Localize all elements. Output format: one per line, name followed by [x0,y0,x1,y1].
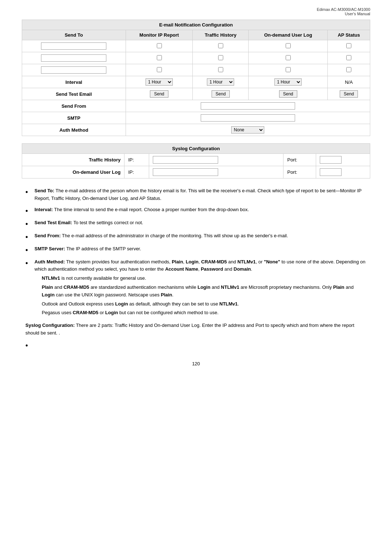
syslog-config-title: Syslog Configuration [22,144,370,154]
bold-smtp: SMTP Server: [34,246,65,251]
login-label: Login [186,259,199,264]
password-label: Password [201,266,223,272]
checkbox-ap-3[interactable] [346,67,351,72]
login-label-4: Login [115,301,128,307]
email-input-cell-2 [22,52,126,64]
checkbox-traffic-1[interactable] [218,43,223,48]
body-content: • Send To: The e-mail address of the per… [22,187,370,350]
send-test-monitor-button[interactable]: Send [150,90,168,98]
interval-monitor: 1 Hour 2 Hours 4 Hours 8 Hours 12 Hours … [126,76,193,88]
plain-label-3: Plain [333,284,344,290]
smtp-input[interactable] [201,114,295,122]
ntlmv1-label-2: NTLMv1 [221,284,240,290]
bullet-auth-method: • Auth Method: The system provides four … [25,258,367,319]
syslog-config-table: Syslog Configuration Traffic History IP:… [22,143,370,178]
email-input-3[interactable] [41,66,106,74]
auth-detail-1: Plain and CRAM-MD5 are standardized auth… [42,284,367,299]
col-monitor-ip: Monitor IP Report [126,30,193,40]
login-label-5: Login [105,310,118,315]
plain-label-4: Plain [161,292,172,297]
checkbox-ondemand-2[interactable] [286,55,291,60]
email-row-1 [22,40,370,52]
email-config-table: E-mail Notification Configuration Send T… [22,20,370,136]
syslog-ondemand-ip-input[interactable] [153,168,218,176]
bold-send-from: Send From: [34,233,61,238]
bullet-text-send-test: Send Test Email: To test the settings co… [34,219,367,227]
email-input-cell-3 [22,64,126,76]
cram-md5-label: CRAM-MD5 [201,259,227,264]
interval-monitor-select[interactable]: 1 Hour 2 Hours 4 Hours 8 Hours 12 Hours … [146,78,173,86]
checkbox-ap-2[interactable] [346,55,351,60]
bullet-dot-5: • [25,245,33,255]
plain-label: Plain [172,259,183,264]
bullet-dot-2: • [25,206,33,216]
col-traffic-history: Traffic History [193,30,249,40]
product-header: Edimax AC-M3000/AC-M1000 User's Manual [22,7,370,16]
bold-send-to: Send To: [34,188,54,193]
plain-label-2: Plain [42,284,53,290]
email-input-cell-1 [22,40,126,52]
smtp-label: SMTP [22,112,126,124]
syslog-note: Syslog Configuration: There are 2 parts:… [25,322,367,337]
cram-md5-label-3: CRAM-MD5 [73,310,98,315]
auth-method-label: Auth Method [22,124,126,136]
login-label-3: Login [42,292,54,297]
send-test-ondemand-button[interactable]: Send [279,90,297,98]
col-on-demand: On-demand User Log [249,30,328,40]
checkbox-traffic-3[interactable] [218,67,223,72]
email-row-3 [22,64,370,76]
send-from-input[interactable] [201,102,295,110]
email-input-2[interactable] [41,54,106,62]
syslog-traffic-row: Traffic History IP: Port: [22,154,370,166]
auth-method-row: Auth Method None Plain Login CRAM-MD5 NT… [22,124,370,136]
syslog-traffic-ip-input[interactable] [153,156,218,164]
empty-bullet: • [25,341,367,350]
bullet-text-auth-method: Auth Method: The system provides four au… [34,258,367,319]
send-test-ap-button[interactable]: Send [340,90,358,98]
none-label: "None" [264,259,280,264]
auth-detail-3: Pegasus uses CRAM-MD5 or Login but can n… [42,309,367,317]
send-test-traffic-button[interactable]: Send [212,90,230,98]
checkbox-monitor-3[interactable] [157,67,162,72]
account-name-label: Account Name [165,266,198,272]
bullet-smtp: • SMTP Server: The IP address of the SMT… [25,245,367,255]
email-config-title: E-mail Notification Configuration [22,20,370,30]
ntlmv1-note: NTLMv1 is not currently available for ge… [42,275,367,282]
checkbox-traffic-2[interactable] [218,55,223,60]
domain-label: Domain [234,266,251,272]
bullet-dot-3: • [25,219,33,229]
syslog-ondemand-port-input[interactable] [320,168,342,176]
send-from-label: Send From [22,100,126,112]
syslog-ondemand-label: On-demand User Log [22,166,124,178]
page-number: 120 [22,361,370,366]
interval-na: N/A [328,76,370,88]
interval-ondemand-select[interactable]: 1 Hour 2 Hours 4 Hours 8 Hours 12 Hours … [274,78,302,86]
interval-traffic-select[interactable]: 1 Hour 2 Hours 4 Hours 8 Hours 12 Hours … [207,78,234,86]
ntlmv1-note-bold: NTLMv1 [42,275,60,281]
bold-interval: Interval: [34,207,53,212]
email-row-2 [22,52,370,64]
auth-method-select[interactable]: None Plain Login CRAM-MD5 NTLMv1 [231,126,264,134]
auth-method-para-1: Auth Method: The system provides four au… [34,258,367,274]
checkbox-monitor-1[interactable] [157,43,162,48]
bullet-dot-4: • [25,232,33,242]
checkbox-ondemand-1[interactable] [286,43,291,48]
send-from-row: Send From [22,100,370,112]
bullet-send-to: • Send To: The e-mail address of the per… [25,187,367,202]
email-input-1[interactable] [41,42,106,50]
ntlmv1-label-3: NTLMv1 [219,301,238,307]
interval-label: Interval [22,76,126,88]
bullet-text-send-to: Send To: The e-mail address of the perso… [34,187,367,202]
manual-label: User's Manual [345,12,370,16]
empty-bullet-dot: • [25,341,33,350]
send-test-label: Send Test Email [22,88,126,100]
checkbox-ondemand-3[interactable] [286,67,291,72]
bold-auth-method: Auth Method: [34,259,65,264]
syslog-traffic-port-label: Port: [283,154,316,166]
syslog-traffic-port-input[interactable] [320,156,342,164]
product-name: Edimax AC-M3000/AC-M1000 [317,7,370,12]
bullet-text-send-from: Send From: The e-mail address of the adm… [34,232,367,240]
checkbox-ap-1[interactable] [346,43,351,48]
auth-detail-2: Outlook and Outlook express uses Login a… [42,300,367,308]
checkbox-monitor-2[interactable] [157,55,162,60]
